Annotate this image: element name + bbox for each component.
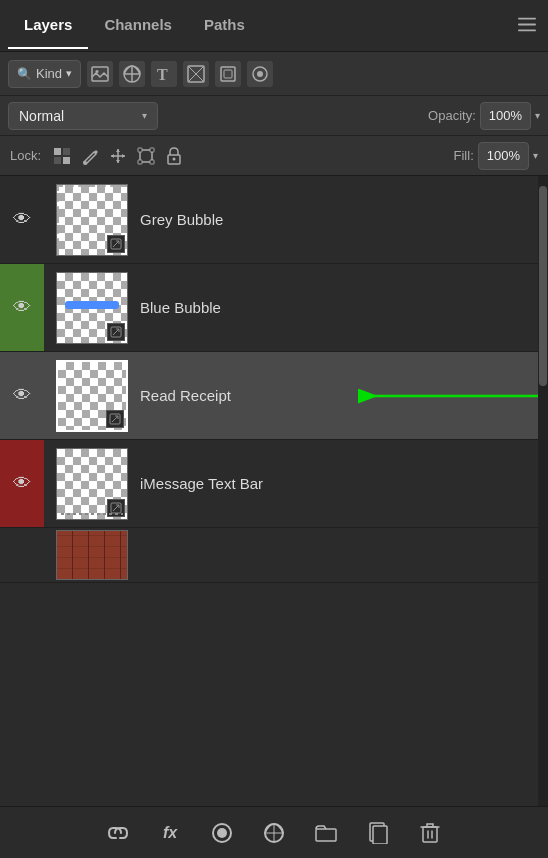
lock-artboard-icon[interactable]	[135, 145, 157, 167]
layer-visibility-icon[interactable]: 👁	[13, 297, 31, 318]
filter-bar: 🔍 Kind ▾ T	[0, 52, 548, 96]
layer-thumbnail	[56, 184, 128, 256]
layer-visibility-icon[interactable]: 👁	[13, 473, 31, 494]
scrollbar-thumb[interactable]	[539, 186, 547, 386]
filter-image-icon[interactable]	[87, 61, 113, 87]
layer-color-bar: 👁	[0, 352, 44, 439]
layer-visibility-icon[interactable]: 👁	[13, 385, 31, 406]
layer-name: Blue Bubble	[140, 299, 548, 316]
opacity-value[interactable]: 100%	[480, 102, 531, 130]
opacity-group: Opacity: 100% ▾	[428, 102, 540, 130]
adjustment-button[interactable]	[260, 819, 288, 847]
svg-rect-2	[518, 29, 536, 31]
svg-rect-18	[138, 148, 142, 152]
layer-item[interactable]: 👁 Read Receipt	[0, 352, 548, 440]
svg-point-16	[83, 161, 87, 165]
fx-button[interactable]: fx	[156, 819, 184, 847]
layer-item[interactable]: 👁 Blue Bubble	[0, 264, 548, 352]
blend-chevron: ▾	[142, 110, 147, 121]
layer-item[interactable]: 👁 iMessage Text Bar	[0, 440, 548, 528]
layer-item[interactable]: 👁 Grey Bubble	[0, 176, 548, 264]
filter-circle-icon[interactable]	[247, 61, 273, 87]
thumb-link-icon	[107, 235, 125, 253]
layer-item[interactable]	[0, 528, 548, 583]
svg-rect-21	[150, 160, 154, 164]
filter-smart-icon[interactable]	[215, 61, 241, 87]
svg-rect-1	[518, 23, 536, 25]
thumb-link-icon	[106, 410, 124, 428]
new-group-button[interactable]	[312, 819, 340, 847]
blend-row: Normal ▾ Opacity: 100% ▾	[0, 96, 548, 136]
delete-layer-button[interactable]	[416, 819, 444, 847]
tabs-bar: Layers Channels Paths	[0, 0, 548, 52]
blend-mode-dropdown[interactable]: Normal ▾	[8, 102, 158, 130]
fill-value[interactable]: 100%	[478, 142, 529, 170]
lock-all-icon[interactable]	[163, 145, 185, 167]
thumb-link-icon	[107, 323, 125, 341]
new-layer-button[interactable]	[364, 819, 392, 847]
lock-brush-icon[interactable]	[79, 145, 101, 167]
fill-group: Fill: 100% ▾	[454, 142, 538, 170]
filter-type-icon[interactable]: T	[151, 61, 177, 87]
svg-rect-12	[54, 148, 61, 155]
fill-label: Fill:	[454, 148, 474, 163]
layer-color-bar: 👁	[0, 264, 44, 351]
opacity-label: Opacity:	[428, 108, 476, 123]
svg-rect-9	[224, 70, 232, 78]
svg-rect-20	[138, 160, 142, 164]
bottom-toolbar: fx	[0, 806, 548, 858]
lock-label: Lock:	[10, 148, 41, 163]
svg-rect-36	[423, 827, 437, 842]
layer-thumbnail	[56, 530, 128, 580]
svg-rect-13	[63, 148, 70, 155]
svg-point-11	[257, 71, 263, 77]
layer-visibility-icon[interactable]: 👁	[13, 209, 31, 230]
scrollbar[interactable]	[538, 176, 548, 806]
svg-point-23	[173, 157, 176, 160]
svg-text:T: T	[157, 66, 168, 83]
lock-row: Lock:	[0, 136, 548, 176]
tab-channels[interactable]: Channels	[88, 2, 188, 49]
layers-panel: Layers Channels Paths 🔍 Kind ▾	[0, 0, 548, 858]
layer-color-bar	[0, 528, 44, 582]
green-arrow	[348, 381, 548, 411]
opacity-chevron[interactable]: ▾	[535, 110, 540, 121]
thumb-blue-content	[65, 301, 119, 309]
lock-move-icon[interactable]	[107, 145, 129, 167]
svg-rect-8	[221, 67, 235, 81]
layer-color-bar: 👁	[0, 440, 44, 527]
panel-menu-icon[interactable]	[518, 17, 536, 34]
layers-list: 👁 Grey Bubble 👁	[0, 176, 548, 806]
layer-thumbnail	[56, 448, 128, 520]
layer-thumbnail	[56, 360, 128, 432]
svg-rect-0	[518, 17, 536, 19]
fill-chevron[interactable]: ▾	[533, 150, 538, 161]
layer-name: Grey Bubble	[140, 211, 548, 228]
kind-label: Kind	[36, 66, 62, 81]
tab-layers[interactable]: Layers	[8, 2, 88, 49]
lock-pixels-icon[interactable]	[51, 145, 73, 167]
svg-rect-33	[316, 829, 336, 841]
kind-dropdown[interactable]: 🔍 Kind ▾	[8, 60, 81, 88]
kind-chevron: ▾	[66, 67, 72, 80]
add-mask-button[interactable]	[208, 819, 236, 847]
layer-color-bar: 👁	[0, 176, 44, 263]
search-icon: 🔍	[17, 67, 32, 81]
tab-paths[interactable]: Paths	[188, 2, 261, 49]
svg-rect-19	[150, 148, 154, 152]
svg-point-31	[217, 828, 227, 838]
svg-rect-14	[54, 157, 61, 164]
layer-name: iMessage Text Bar	[140, 475, 548, 492]
filter-shape-icon[interactable]	[183, 61, 209, 87]
link-layers-button[interactable]	[104, 819, 132, 847]
blend-mode-value: Normal	[19, 108, 64, 124]
svg-rect-15	[63, 157, 70, 164]
svg-rect-35	[373, 826, 387, 844]
layer-thumbnail	[56, 272, 128, 344]
filter-adjustment-icon[interactable]	[119, 61, 145, 87]
